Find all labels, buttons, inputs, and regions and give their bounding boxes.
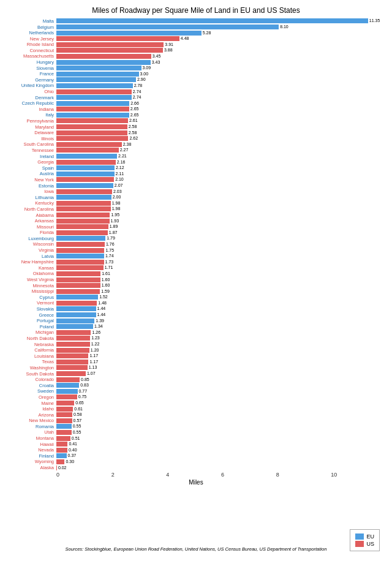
bar-fill	[56, 265, 104, 270]
bar-label: Massachusetts	[6, 53, 56, 59]
bar-value: 0.55	[72, 424, 81, 429]
bar-wrap: 0.75	[56, 394, 386, 399]
bar-label: Nebraska	[6, 342, 56, 347]
bar-label: Kentucky	[6, 200, 56, 206]
bar-value: 1.22	[90, 342, 100, 347]
bar-label: Ohio	[6, 89, 56, 94]
bar-wrap: 0.85	[56, 377, 386, 382]
bar-value: 0.57	[72, 418, 82, 423]
bar-fill	[56, 107, 129, 111]
bar-label: South Dakota	[6, 371, 56, 377]
bar-wrap: 1.61	[56, 271, 386, 276]
bar-wrap: 1.44	[56, 306, 386, 311]
bar-fill	[56, 36, 179, 41]
bar-fill	[56, 248, 104, 253]
bar-wrap: 1.22	[56, 342, 386, 347]
bar-wrap: 2.65	[56, 107, 386, 111]
bar-row: New Mexico0.57	[6, 418, 386, 423]
bar-row: Arizona0.58	[6, 412, 386, 418]
bar-row: Ohio2.74	[6, 89, 386, 94]
bar-label: Vermont	[6, 300, 56, 306]
bar-label: Croatia	[6, 383, 56, 388]
bar-label: New Mexico	[6, 418, 56, 423]
bar-wrap: 1.60	[56, 277, 386, 282]
bar-fill	[56, 101, 129, 106]
bar-row: Ireland2.21	[6, 154, 386, 159]
bar-row: Spain2.12	[6, 165, 386, 171]
bar-row: Sweden0.77	[6, 388, 386, 394]
bar-row: Kansas1.71	[6, 265, 386, 271]
bar-value: 0.40	[67, 448, 77, 453]
bar-fill	[56, 60, 151, 65]
bar-fill	[56, 160, 116, 165]
bar-label: Maryland	[6, 124, 56, 130]
bar-fill	[56, 154, 117, 159]
bar-label: West Virginia	[6, 277, 56, 282]
bar-wrap: 1.13	[56, 365, 386, 370]
bar-value: 0.02	[57, 466, 67, 470]
bar-wrap: 0.58	[56, 412, 386, 417]
bar-row: Maine0.65	[6, 401, 386, 406]
bar-row: West Virginia1.60	[6, 277, 386, 282]
bar-value: 3.43	[151, 60, 160, 65]
bar-wrap: 2.58	[56, 124, 386, 129]
bar-fill	[56, 142, 122, 147]
bar-fill	[56, 330, 91, 335]
bar-label: Poland	[6, 324, 56, 330]
bar-label: Slovenia	[6, 66, 56, 71]
bar-value: 1.75	[104, 248, 114, 253]
bar-label: Washington	[6, 365, 56, 371]
bar-row: New Hampshire1.73	[6, 259, 386, 265]
bar-fill	[56, 295, 98, 300]
bar-wrap: 1.93	[56, 219, 386, 224]
bar-wrap: 4.48	[56, 36, 386, 41]
bar-row: Belgium8.10	[6, 24, 386, 30]
bar-label: Idaho	[6, 406, 56, 412]
bar-label: Tennessee	[6, 148, 56, 153]
bar-label: Nevada	[6, 447, 56, 453]
bar-row: Missouri1.89	[6, 224, 386, 230]
bar-label: Colorado	[6, 377, 56, 382]
bar-row: Luxembourg1.79	[6, 236, 386, 241]
bar-row: Cyprus1.52	[6, 295, 386, 300]
bar-label: France	[6, 71, 56, 77]
legend-eu-label: EU	[366, 533, 374, 540]
bar-fill	[56, 407, 73, 412]
bar-value: 2.11	[115, 172, 124, 176]
bar-fill	[56, 283, 100, 288]
bar-label: Iowa	[6, 189, 56, 194]
bar-row: Arkansas1.93	[6, 218, 386, 224]
bar-value: 2.10	[114, 177, 124, 182]
bar-row: Wyoming0.30	[6, 459, 386, 465]
bar-label: Wisconsin	[6, 241, 56, 247]
bar-value: 2.00	[111, 195, 121, 200]
bar-label: Netherlands	[6, 30, 56, 36]
bar-fill	[56, 424, 72, 429]
bar-wrap: 1.17	[56, 360, 386, 364]
bar-value: 0.30	[64, 459, 74, 464]
bar-label: Germany	[6, 77, 56, 83]
bar-label: Portugal	[6, 318, 56, 323]
bar-label: Pennsylvania	[6, 118, 56, 124]
bar-label: Minnesota	[6, 283, 56, 288]
bar-wrap: 2.11	[56, 172, 386, 176]
bar-value: 1.76	[105, 242, 115, 247]
bar-value: 2.62	[128, 136, 138, 141]
bar-fill	[56, 394, 77, 399]
bar-value: 2.58	[127, 130, 137, 135]
bar-wrap: 2.58	[56, 130, 386, 135]
bar-row: Czech Republic2.66	[6, 100, 386, 106]
bar-value: 8.10	[279, 24, 288, 29]
bar-value: 0.51	[70, 436, 80, 441]
bar-wrap: 2.00	[56, 195, 386, 200]
bar-label: Louisiana	[6, 353, 56, 359]
bar-fill	[56, 230, 108, 235]
bar-wrap: 1.75	[56, 248, 386, 253]
legend-us: US	[355, 541, 374, 547]
x-tick: 0	[56, 472, 111, 478]
bar-label: Virginia	[6, 247, 56, 253]
bar-label: Hungary	[6, 59, 56, 65]
bar-value: 1.48	[97, 301, 107, 306]
bar-wrap: 2.38	[56, 142, 386, 147]
bar-row: United Kingdom2.78	[6, 83, 386, 89]
